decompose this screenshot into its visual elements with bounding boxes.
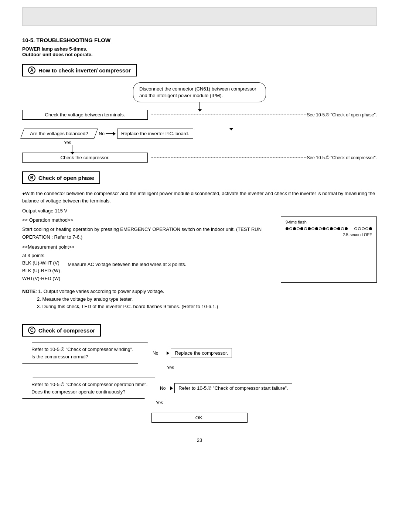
circle-c: C — [28, 327, 35, 334]
led-dot-22 — [365, 227, 368, 230]
led-dot-1 — [286, 227, 289, 230]
led-dot-13 — [330, 227, 333, 230]
flow-c-step2-para: Refer to 10-5.© "Check of compressor ope… — [22, 378, 155, 399]
flow-c-step2-action: Refer to 10-5.® "Check of compressor sta… — [174, 383, 292, 393]
label-no-1: No — [99, 131, 105, 136]
note1: 1. Output voltage varies according to po… — [38, 289, 164, 294]
operation-area: << Operation method>> Start cooling or h… — [22, 216, 377, 282]
flow-step3-row: Are the voltages balanced? No Replace th… — [22, 129, 377, 139]
section-b-title: B Check of open phase — [22, 171, 100, 184]
operation-text1: Start cooling or heating operation by pr… — [22, 226, 273, 241]
circle-a: A — [28, 66, 35, 74]
arrow-right-c2 — [167, 386, 173, 390]
dotted-line-1 — [151, 115, 307, 115]
led-dot-5 — [300, 227, 303, 230]
arrow2 — [231, 121, 231, 129]
label-yes-c2: Yes — [156, 400, 163, 405]
measurement-detail-row: at 3 points BLK (U)-WHT (V) BLK (U)-RED … — [22, 252, 273, 283]
flow-c-step1-para: Refer to 10-5.® "Check of compressor win… — [22, 342, 148, 364]
led-dot-9 — [315, 227, 318, 230]
flow-c-step1-row: Refer to 10-5.® "Check of compressor win… — [22, 342, 377, 364]
led-dot-21 — [362, 227, 365, 230]
led-dot-15 — [337, 227, 340, 230]
measurement-details: at 3 points BLK (U)-WHT (V) BLK (U)-RED … — [22, 252, 60, 283]
flow-step4-row: Check the compressor. See 10-5.© "Check … — [22, 153, 377, 163]
top-bar — [22, 7, 377, 26]
arrow-right-c1 — [159, 351, 169, 355]
led-dot-4 — [297, 227, 300, 230]
led-dot-8 — [311, 227, 314, 230]
section-c-flow: Refer to 10-5.® "Check of compressor win… — [22, 342, 377, 423]
led-diagram: 9-time flash — [281, 216, 377, 282]
section-b-para1: ●With the connector between the compress… — [22, 190, 377, 204]
circle-b: B — [28, 174, 35, 181]
led-dot-12 — [326, 227, 329, 230]
operation-text-block: << Operation method>> Start cooling or h… — [22, 216, 273, 282]
step4-note: See 10-5.© "Check of compressor". — [307, 155, 377, 160]
arrow1 — [200, 102, 200, 110]
note2: 2. Measure the voltage by analog type te… — [37, 296, 133, 302]
step1a: Refer to 10-5.® "Check of compressor win… — [31, 346, 142, 353]
measure-instruction: Measure AC voltage between the lead wire… — [68, 252, 186, 283]
note-section: NOTE: 1. Output voltage varies according… — [22, 288, 377, 311]
section-heading: 10-5. TROUBLESHOOTING FLOW — [22, 37, 377, 43]
arrow-right-1 — [106, 132, 116, 136]
subtitle-block: POWER lamp ashes 5-times. Outdoor unit d… — [22, 46, 377, 57]
flow-step3-action: Replace the inverter P.C. board. — [117, 129, 193, 139]
section-c: C Check of compressor Refer to 10-5.® "C… — [22, 324, 377, 423]
dotted-line-2 — [151, 157, 307, 158]
section-c-title: C Check of compressor — [22, 324, 101, 337]
led-dot-23 — [369, 227, 372, 230]
led-dot-19 — [354, 227, 357, 230]
step2-note: See 10-5.® "Check of open phase". — [307, 112, 377, 117]
label-yes-c1: Yes — [167, 365, 174, 370]
label-yes-1: Yes — [64, 140, 71, 145]
operation-header: << Operation method>> — [22, 216, 273, 224]
label-no-c1: No — [153, 351, 158, 356]
note3: 3. During this check, LED of the inverte… — [37, 304, 218, 309]
led-dot-10 — [319, 227, 322, 230]
step1b: Is the compressor normal? — [31, 353, 142, 361]
led-dot-7 — [308, 227, 311, 230]
led-dot-20 — [358, 227, 361, 230]
arrow3 — [72, 145, 72, 153]
subtitle-line2: Outdoor unit does not operate. — [22, 52, 377, 57]
led-row — [286, 227, 372, 230]
section-a-title: A How to check inverter/ compressor — [22, 64, 137, 76]
measurement-header: <<Measurement point>> — [22, 243, 273, 251]
led-dot-18 — [348, 227, 354, 230]
led-dot-11 — [323, 227, 325, 230]
output-voltage: Output voltage 115 V — [22, 208, 377, 214]
flow-diamond: Are the voltages balanced? — [20, 129, 98, 139]
step2b: Does the compressor operate continuously… — [31, 388, 150, 396]
flow-step2-box: Check the voltage between terminals. — [22, 110, 148, 120]
led-dot-2 — [289, 227, 292, 230]
flow-c-step1-action: Replace the compressor. — [171, 348, 232, 358]
label-no-c2: No — [160, 386, 166, 391]
flow-c-step2-row: Refer to 10-5.© "Check of compressor ope… — [22, 378, 377, 399]
led-label: 9-time flash — [286, 220, 307, 224]
section-a-label: How to check inverter/ compressor — [38, 67, 131, 74]
led-dot-14 — [334, 227, 337, 230]
flow-c-ok-box: OK. — [151, 413, 248, 423]
section-b-label: Check of open phase — [38, 175, 94, 181]
page-number: 23 — [22, 437, 377, 443]
note-label: NOTE — [22, 289, 35, 294]
step2a: Refer to 10-5.© "Check of compressor ope… — [31, 381, 150, 388]
flow-step1-box: Disconnect the connector (CN61) between … — [133, 82, 266, 102]
led-dot-17 — [345, 227, 348, 230]
led-dot-3 — [293, 227, 296, 230]
led-dot-16 — [341, 227, 344, 230]
flow-step4-box: Check the compressor. — [22, 153, 148, 163]
led-dot-6 — [304, 227, 307, 230]
led-off-label: 2.5-second OFF — [343, 232, 372, 237]
section-c-label: Check of compressor — [38, 327, 95, 334]
section-b: B Check of open phase ●With the connecto… — [22, 171, 377, 311]
subtitle-line1: POWER lamp ashes 5-times. — [22, 46, 377, 52]
section-a-flowchart: Disconnect the connector (CN61) between … — [22, 82, 377, 163]
